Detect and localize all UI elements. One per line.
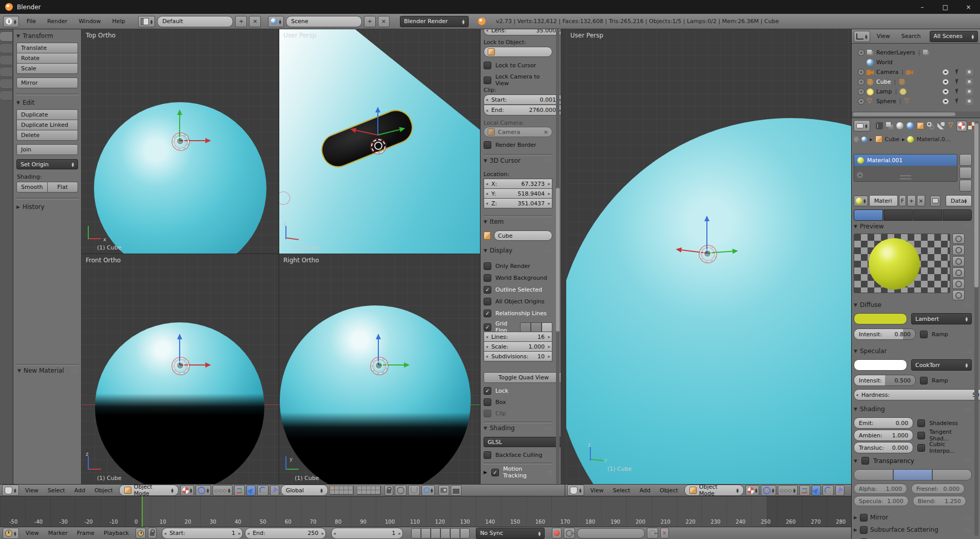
tool-shelf-tab[interactable] [0, 67, 13, 77]
outliner-row[interactable]: + World | [852, 57, 980, 67]
layers-grid-2[interactable] [357, 486, 381, 495]
lock-object-field[interactable] [484, 47, 552, 57]
selected-cube-object[interactable] [316, 105, 417, 172]
cursor-location-field[interactable]: Z:351.0437 [484, 198, 552, 208]
display-value-field[interactable]: Lines:16 [484, 332, 552, 342]
display-option-checkbox[interactable]: World Background [484, 272, 552, 284]
outliner-menu[interactable]: View [871, 33, 896, 40]
tool-shelf-tab[interactable] [0, 90, 13, 101]
transparency-panel-header[interactable]: ▼Transparency:::: [854, 457, 972, 465]
item-name-field[interactable]: Cube [494, 230, 552, 241]
visibility-controls[interactable] [942, 69, 973, 75]
pivot-select[interactable] [761, 485, 776, 496]
material-slot-button[interactable] [959, 154, 972, 166]
tool-shelf-tab[interactable] [0, 79, 13, 89]
scene-name-field[interactable]: Scene [286, 16, 362, 27]
transparency-value-field[interactable]: Fresnel:0.000 [911, 484, 965, 494]
outliner-row[interactable]: + Lamp | [852, 87, 980, 97]
frame-end-field[interactable]: End:250 [245, 528, 326, 539]
material-slot-list[interactable]: Material.001 + [854, 154, 957, 182]
viewport-menu[interactable]: Add [635, 487, 655, 494]
quad-box-checkbox[interactable]: Box [484, 398, 552, 406]
transform-panel-header[interactable]: ▼Transform [16, 32, 78, 40]
preview-type-button[interactable] [952, 256, 965, 266]
item-panel-header[interactable]: ▼Item:::: [484, 218, 552, 225]
display-option-checkbox[interactable]: Outline Selected [484, 284, 552, 296]
translate-manipulator-button[interactable] [812, 485, 821, 496]
pivot-select[interactable] [196, 485, 211, 496]
transparency-value-field[interactable]: Blend:1.250 [913, 496, 966, 506]
editor-type-selector[interactable] [3, 528, 19, 539]
tool-shelf-tab[interactable] [0, 43, 13, 53]
delete-layout-button[interactable]: × [249, 16, 261, 27]
pin-icon[interactable] [853, 136, 860, 143]
lock-camera-checkbox[interactable]: Lock Camera to View [484, 73, 552, 87]
viewport-top-ortho[interactable]: Top Ortho x (1) Cube [82, 29, 279, 254]
expand-icon[interactable]: + [858, 79, 864, 85]
toggle-quad-view-button[interactable]: Toggle Quad View [484, 372, 561, 383]
mirror-button[interactable]: Mirror [16, 78, 78, 88]
display-value-field[interactable]: Subdivisions:10 [484, 351, 552, 361]
viewport-menu[interactable]: Add [70, 487, 90, 494]
fake-user-button[interactable]: F [899, 195, 906, 206]
delete-keyframe-button[interactable]: × [660, 528, 668, 538]
viewport-right-ortho[interactable]: Right Ortho y (1) Cube [279, 254, 480, 484]
shading-option-checkbox[interactable]: Tangent Shad... [917, 429, 972, 442]
frame-start-field[interactable]: Start:1 [162, 528, 243, 539]
delete-scene-button[interactable]: × [378, 16, 390, 27]
material-browse-dropdown[interactable] [854, 196, 868, 206]
properties-context-tab[interactable] [906, 121, 915, 131]
edit-panel-header[interactable]: ▼Edit [16, 99, 78, 106]
edit-tool-button[interactable]: Duplicate Linked [16, 120, 78, 130]
sphere-object[interactable] [566, 118, 851, 484]
shading-panel-header[interactable]: ▼Shading:::: [854, 406, 972, 413]
transform-orientation-select[interactable]: Global [281, 485, 328, 496]
mode-select[interactable]: Object Mode [684, 485, 744, 496]
display-option-checkbox[interactable]: Relationship Lines [484, 307, 552, 319]
material-type-tab[interactable] [943, 209, 972, 221]
diffuse-color-swatch[interactable] [854, 313, 907, 324]
properties-context-tab[interactable] [947, 121, 956, 131]
properties-context-tab[interactable] [957, 121, 967, 131]
viewport-user-persp[interactable]: User Persp z x (1) Cube [279, 29, 480, 254]
sphere-object[interactable] [280, 305, 471, 484]
history-panel-header[interactable]: ▶History [16, 203, 78, 210]
lock-to-cursor-checkbox[interactable]: Lock to Cursor [484, 62, 552, 69]
insert-keyframe-button[interactable] [647, 528, 658, 538]
menubar-menu[interactable]: Render [42, 18, 73, 25]
specular-panel-header[interactable]: ▼Specular:::: [854, 348, 972, 355]
tool-shelf-tab[interactable] [0, 55, 13, 65]
properties-context-tab[interactable] [875, 121, 885, 131]
viewport-menu[interactable]: Select [608, 487, 635, 494]
collapsed-panel-header[interactable]: ▶Strand:::: [854, 536, 972, 539]
transform-tool-button[interactable]: Translate [16, 43, 78, 53]
viewport-shading-select[interactable] [180, 485, 195, 496]
quad-lock-checkbox[interactable]: Lock [484, 387, 552, 395]
outliner-row[interactable]: + Camera | [852, 67, 980, 77]
display-option-checkbox[interactable]: All Object Origins [484, 296, 552, 307]
local-camera-field[interactable]: Camera× [484, 127, 552, 137]
material-slot-selected[interactable]: Material.001 [854, 155, 957, 166]
viewport-shading-select[interactable] [745, 485, 760, 496]
viewport-menu[interactable]: Object [90, 487, 118, 494]
tool-shelf-tab[interactable] [0, 31, 13, 42]
expand-icon[interactable]: + [858, 98, 864, 105]
cursor-location-field[interactable]: Y:518.9404 [484, 188, 552, 199]
expand-icon[interactable]: + [858, 49, 864, 56]
lock-to-scene-button[interactable] [385, 485, 393, 496]
render-engine-select[interactable]: Blender Render [400, 16, 469, 27]
manipulator-axes-button[interactable] [799, 485, 810, 496]
current-frame-field[interactable]: 1 [331, 528, 403, 539]
transparency-value-field[interactable]: Alpha:1.000 [854, 484, 907, 494]
properties-context-tab[interactable] [926, 121, 936, 131]
editor-type-selector[interactable] [854, 120, 870, 131]
preview-panel-header[interactable]: ▼Preview:::: [854, 223, 972, 230]
play-reverse-button[interactable] [431, 528, 440, 538]
add-scene-button[interactable]: + [364, 16, 376, 27]
keying-set-icon-button[interactable] [564, 528, 575, 538]
material-slot-button[interactable] [959, 167, 972, 179]
editor-type-selector[interactable]: i [3, 16, 19, 27]
shade-flat-button[interactable]: Flat [48, 182, 79, 192]
minimize-button[interactable]: – [911, 0, 934, 14]
breadcrumb-material[interactable]: Material.0... [916, 136, 950, 143]
